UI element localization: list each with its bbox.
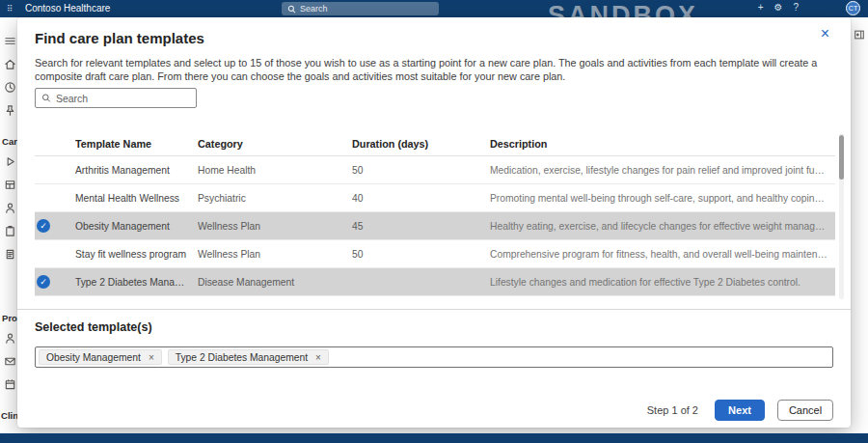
selected-template-tag[interactable]: Type 2 Diabetes Management× <box>168 349 329 365</box>
expand-panel-icon[interactable] <box>854 29 865 41</box>
category-cell: Wellness Plan <box>198 221 352 232</box>
duration-cell: 50 <box>352 165 490 176</box>
search-icon <box>41 93 51 103</box>
tag-label: Obesity Management <box>46 352 141 363</box>
global-search-box[interactable]: Search <box>282 2 439 15</box>
board-icon[interactable] <box>4 179 16 191</box>
description-cell: Comprehensive program for fitness, healt… <box>490 249 835 260</box>
menu-icon[interactable] <box>4 35 16 47</box>
template-row[interactable]: Stay fit wellness programWellness Plan50… <box>35 240 835 268</box>
template-name-cell: Type 2 Diabetes Management <box>75 277 198 288</box>
duration-cell: 45 <box>352 221 490 232</box>
clipboard-icon[interactable] <box>4 225 16 237</box>
home-icon[interactable] <box>4 58 16 70</box>
description-cell: Promoting mental well-being through self… <box>490 193 835 204</box>
add-icon[interactable]: + <box>758 2 764 13</box>
cancel-button[interactable]: Cancel <box>777 400 833 421</box>
category-cell: Wellness Plan <box>198 249 352 260</box>
templates-table-body: Arthritis ManagementHome Health50Medicat… <box>35 156 835 296</box>
topbar-icons: + ⚙ ? <box>758 2 799 13</box>
tag-dismiss-icon[interactable]: × <box>149 352 154 363</box>
help-icon[interactable]: ? <box>793 2 799 13</box>
app-screen: ⠿ Contoso Healthcare Search SANDBOX + ⚙ … <box>0 0 868 443</box>
category-cell: Disease Management <box>198 277 352 288</box>
template-row[interactable]: Mental Health WellnessPsychiatric40Promo… <box>35 184 835 212</box>
next-button[interactable]: Next <box>715 400 765 421</box>
play-icon[interactable] <box>4 155 16 168</box>
dialog-description: Search for relevant templates and select… <box>35 56 818 83</box>
bottom-bar <box>0 433 868 443</box>
templates-table-header: Template Name Category Duration (days) D… <box>35 131 835 156</box>
left-nav-rail: CarProClin <box>0 17 19 433</box>
template-row[interactable]: Arthritis ManagementHome Health50Medicat… <box>35 156 835 184</box>
right-rail <box>851 17 868 433</box>
table-scrollbar-thumb[interactable] <box>839 135 844 180</box>
dialog-footer: Step 1 of 2 Next Cancel <box>647 400 833 421</box>
template-search-input[interactable] <box>56 93 190 104</box>
selected-template-tag[interactable]: Obesity Management× <box>39 349 162 365</box>
close-icon[interactable]: × <box>821 26 829 42</box>
nav-group-label: Clin <box>1 410 18 421</box>
template-name-cell: Arthritis Management <box>75 165 198 176</box>
section-divider <box>17 309 851 310</box>
duration-cell: 40 <box>352 193 490 204</box>
header-category: Category <box>198 138 352 150</box>
category-cell: Home Health <box>198 165 352 176</box>
step-indicator: Step 1 of 2 <box>647 404 698 416</box>
template-row[interactable]: ✓Obesity ManagementWellness Plan45Health… <box>35 212 835 240</box>
template-search-input-wrapper <box>35 88 197 108</box>
description-cell: Lifestyle changes and medication for eff… <box>490 277 835 288</box>
template-name-cell: Mental Health Wellness <box>75 193 198 204</box>
document-icon[interactable] <box>4 248 16 261</box>
search-icon <box>287 5 296 14</box>
dialog-title: Find care plan templates <box>35 30 204 46</box>
recent-icon[interactable] <box>4 81 16 94</box>
app-name: Contoso Healthcare <box>25 3 110 14</box>
category-cell: Psychiatric <box>198 193 352 204</box>
description-cell: Medication, exercise, lifestyle changes … <box>490 165 835 176</box>
templates-table: Template Name Category Duration (days) D… <box>35 131 835 296</box>
person-icon[interactable] <box>4 202 16 214</box>
pin-icon[interactable] <box>4 104 16 117</box>
duration-cell: 50 <box>352 249 490 260</box>
template-row[interactable]: ✓Type 2 Diabetes ManagementDisease Manag… <box>35 268 835 296</box>
waffle-menu-icon[interactable]: ⠿ <box>7 3 14 14</box>
header-template-name: Template Name <box>75 138 198 150</box>
selected-check-icon: ✓ <box>37 275 50 289</box>
tag-dismiss-icon[interactable]: × <box>315 352 321 363</box>
table-scrollbar[interactable] <box>839 133 844 299</box>
description-cell: Healthy eating, exercise, and lifecycle … <box>490 221 835 232</box>
tag-label: Type 2 Diabetes Management <box>176 352 308 363</box>
nav-group-label: Pro <box>2 313 17 323</box>
person-icon[interactable] <box>4 332 16 345</box>
selected-templates-title: Selected template(s) <box>35 320 152 334</box>
top-navigation-bar: ⠿ Contoso Healthcare Search SANDBOX + ⚙ … <box>0 0 868 17</box>
template-name-cell: Obesity Management <box>75 221 198 232</box>
template-name-cell: Stay fit wellness program <box>75 249 198 260</box>
user-avatar[interactable]: CT <box>846 1 860 15</box>
header-description: Description <box>490 138 835 150</box>
selected-check-icon: ✓ <box>37 219 50 233</box>
row-select-indicator[interactable]: ✓ <box>35 275 75 289</box>
settings-gear-icon[interactable]: ⚙ <box>773 2 782 13</box>
row-select-indicator[interactable]: ✓ <box>35 219 75 233</box>
header-duration: Duration (days) <box>352 138 490 150</box>
mail-icon[interactable] <box>4 355 16 368</box>
selected-templates-tag-input[interactable]: Obesity Management×Type 2 Diabetes Manag… <box>35 346 833 368</box>
find-care-plan-templates-dialog: Find care plan templates × Search for re… <box>17 17 851 428</box>
global-search-placeholder: Search <box>300 4 328 14</box>
nav-group-label: Car <box>2 136 17 147</box>
calendar-icon[interactable] <box>4 378 16 391</box>
